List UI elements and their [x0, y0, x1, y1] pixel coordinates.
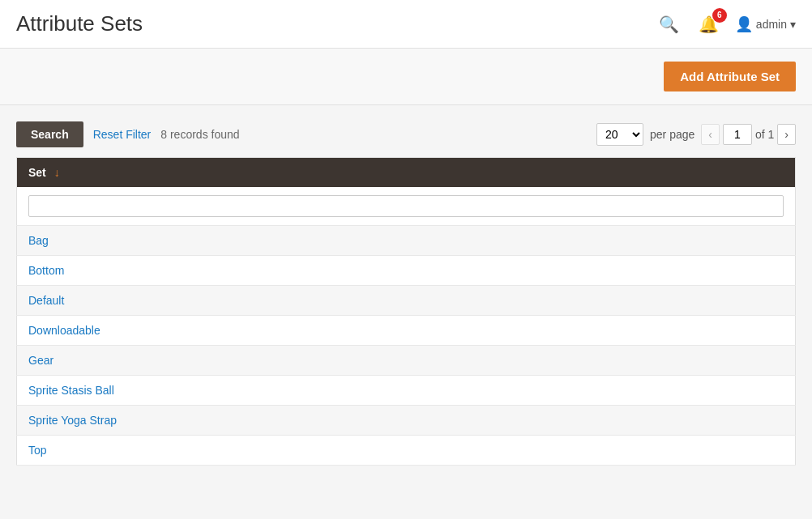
set-name-link[interactable]: Bag — [28, 234, 49, 247]
add-attribute-set-button[interactable]: Add Attribute Set — [664, 62, 796, 91]
set-name-link[interactable]: Sprite Stasis Ball — [28, 384, 114, 397]
table-cell-set: Top — [17, 436, 796, 466]
table-cell-set: Sprite Stasis Ball — [17, 376, 796, 406]
page-number-input[interactable] — [723, 124, 752, 145]
pagination-next-button[interactable]: › — [777, 124, 796, 145]
table-row: Sprite Stasis Ball — [17, 376, 796, 406]
header-actions: 🔍 🔔 6 👤 admin ▾ — [656, 11, 796, 37]
table-cell-set: Downloadable — [17, 316, 796, 346]
header-search-button[interactable]: 🔍 — [656, 11, 682, 37]
table-cell-set: Sprite Yoga Strap — [17, 406, 796, 436]
table-search-cell — [17, 187, 796, 226]
table-row: Downloadable — [17, 316, 796, 346]
of-pages: of 1 — [755, 128, 774, 141]
user-name: admin — [756, 18, 787, 31]
records-found: 8 records found — [160, 128, 239, 141]
set-name-link[interactable]: Bottom — [28, 264, 64, 277]
filter-bar: Search Reset Filter 8 records found 20 3… — [16, 121, 796, 147]
user-menu-button[interactable]: 👤 admin ▾ — [735, 15, 796, 33]
table-row: Bag — [17, 226, 796, 256]
set-name-link[interactable]: Sprite Yoga Strap — [28, 414, 117, 427]
page-toolbar: Add Attribute Set — [0, 49, 812, 105]
pagination-prev-button[interactable]: ‹ — [701, 124, 720, 145]
notification-badge: 6 — [712, 8, 727, 23]
table-header-row: Set ↓ — [17, 158, 796, 188]
column-header-set[interactable]: Set ↓ — [17, 158, 796, 188]
page-title: Attribute Sets — [16, 11, 143, 36]
table-search-row — [17, 187, 796, 226]
search-button[interactable]: Search — [16, 121, 83, 147]
page-content: Search Reset Filter 8 records found 20 3… — [0, 105, 812, 482]
set-name-link[interactable]: Downloadable — [28, 324, 100, 337]
pagination-controls: ‹ of 1 › — [701, 124, 796, 145]
attribute-sets-table: Set ↓ BagBottomDefaultDownloadableGearSp… — [16, 157, 796, 466]
table-row: Bottom — [17, 256, 796, 286]
page-header: Attribute Sets 🔍 🔔 6 👤 admin ▾ — [0, 0, 812, 49]
table-cell-set: Bottom — [17, 256, 796, 286]
chevron-down-icon: ▾ — [790, 18, 796, 31]
user-icon: 👤 — [735, 15, 753, 33]
table-row: Default — [17, 286, 796, 316]
table-cell-set: Default — [17, 286, 796, 316]
table-cell-set: Gear — [17, 346, 796, 376]
per-page-select[interactable]: 20 30 50 100 200 — [596, 123, 643, 146]
table-cell-set: Bag — [17, 226, 796, 256]
sort-icon: ↓ — [54, 166, 60, 179]
table-row: Sprite Yoga Strap — [17, 406, 796, 436]
header-search-icon: 🔍 — [659, 15, 679, 33]
set-name-link[interactable]: Gear — [28, 354, 53, 367]
set-search-input[interactable] — [28, 195, 784, 217]
table-row: Gear — [17, 346, 796, 376]
set-name-link[interactable]: Top — [28, 444, 47, 457]
notification-button[interactable]: 🔔 6 — [695, 11, 722, 37]
reset-filter-link[interactable]: Reset Filter — [93, 128, 152, 141]
set-name-link[interactable]: Default — [28, 294, 64, 307]
per-page-label: per page — [650, 128, 694, 141]
column-set-label: Set — [28, 166, 46, 179]
per-page-controls: 20 30 50 100 200 per page ‹ of 1 › — [596, 123, 796, 146]
table-row: Top — [17, 436, 796, 466]
